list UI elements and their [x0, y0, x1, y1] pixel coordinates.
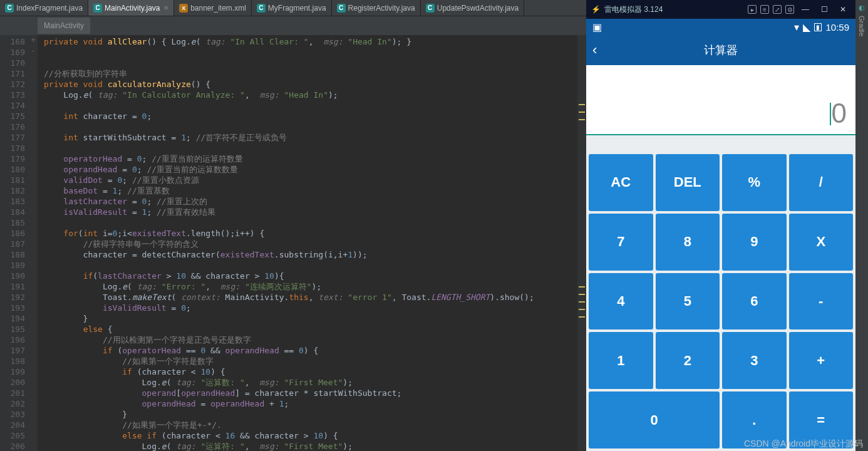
key-0[interactable]: 0: [589, 391, 720, 448]
tab-main-activity[interactable]: CMainActivity.java×: [88, 0, 174, 16]
fold-column: + -: [29, 35, 38, 451]
tab-label: IndexFragment.java: [16, 4, 83, 13]
maximize-button[interactable]: ☐: [817, 5, 832, 14]
status-clock: 10:59: [825, 22, 849, 33]
key-plus[interactable]: +: [789, 332, 854, 389]
emulator-title: 雷电模拟器 3.124: [604, 4, 663, 15]
tab-label: RegisterActivity.java: [348, 4, 415, 13]
emulator-logo-icon: ⚡: [591, 5, 601, 14]
emulator-icon-1[interactable]: ▸: [748, 5, 757, 14]
java-file-icon: C: [5, 4, 14, 13]
key-multiply[interactable]: X: [789, 214, 854, 271]
tab-update-pswd[interactable]: CUpdatePswdActivity.java: [421, 0, 525, 16]
wifi-icon: ▾: [794, 21, 799, 33]
close-button[interactable]: ✕: [835, 5, 850, 14]
back-icon[interactable]: ‹: [592, 42, 597, 58]
emulator-icon-3[interactable]: ⤢: [773, 5, 782, 14]
emulator-icon-2[interactable]: ≡: [760, 5, 769, 14]
key-ac[interactable]: AC: [589, 154, 653, 211]
calculator-keypad: ACDEL%/789X456-123+0.=: [586, 135, 855, 451]
photo-icon: ▣: [592, 21, 602, 33]
key-9[interactable]: 9: [722, 214, 787, 271]
line-gutter: 168 169 170 171 172 173 174 175 176 177 …: [0, 35, 29, 451]
app-bar: ‹ 计算器: [586, 35, 855, 65]
android-status-bar: ▣ ▾ ◣ ▮ 10:59: [586, 19, 855, 35]
marker-track: [577, 35, 586, 451]
emulator-titlebar[interactable]: ⚡ 雷电模拟器 3.124 ▸ ≡ ⤢ ⚙ — ☐ ✕: [586, 0, 855, 19]
editor-tab-bar: CIndexFragment.java CMainActivity.java× …: [0, 0, 586, 16]
right-strip-icon[interactable]: ◐: [859, 4, 865, 12]
breadcrumb-class: MainActivity: [38, 18, 90, 34]
minimize-button[interactable]: —: [798, 5, 813, 14]
display-value: 0: [832, 98, 847, 129]
java-file-icon: C: [93, 4, 102, 13]
code-area[interactable]: private void allClear() { Log.e( tag: "I…: [38, 35, 577, 451]
key-7[interactable]: 7: [589, 214, 653, 271]
tab-label: UpdatePswdActivity.java: [437, 4, 519, 13]
calculator-display: 0: [586, 65, 855, 135]
java-file-icon: C: [257, 4, 266, 13]
tab-register-activity[interactable]: CRegisterActivity.java: [332, 0, 421, 16]
tab-label: MainActivity.java: [105, 4, 160, 13]
code-editor[interactable]: 168 169 170 171 172 173 174 175 176 177 …: [0, 35, 586, 451]
app-title: 计算器: [704, 43, 738, 58]
key-divide[interactable]: /: [789, 154, 854, 211]
key-dot[interactable]: .: [722, 391, 787, 448]
phone-screen: ▣ ▾ ◣ ▮ 10:59 ‹ 计算器 0 ACDEL%/789X456-123…: [586, 19, 855, 451]
key-8[interactable]: 8: [656, 214, 720, 271]
key-5[interactable]: 5: [656, 273, 720, 330]
key-3[interactable]: 3: [722, 332, 787, 389]
key-4[interactable]: 4: [589, 273, 653, 330]
gradle-tool-label[interactable]: Gradle: [858, 12, 865, 36]
xml-file-icon: X: [179, 4, 188, 13]
tab-index-fragment[interactable]: CIndexFragment.java: [0, 0, 88, 16]
key-equals[interactable]: =: [789, 391, 854, 448]
key-del[interactable]: DEL: [656, 154, 720, 211]
network-icon: ◣: [803, 21, 810, 33]
close-icon[interactable]: ×: [164, 3, 169, 13]
key-minus[interactable]: -: [789, 273, 854, 330]
emulator-window: ⚡ 雷电模拟器 3.124 ▸ ≡ ⤢ ⚙ — ☐ ✕ ▣ ▾ ◣ ▮ 10:5…: [586, 0, 855, 451]
battery-icon: ▮: [814, 23, 822, 31]
key-6[interactable]: 6: [722, 273, 787, 330]
key-percent[interactable]: %: [722, 154, 787, 211]
tab-label: banner_item.xml: [190, 4, 246, 13]
tab-my-fragment[interactable]: CMyFragment.java: [252, 0, 332, 16]
java-file-icon: C: [337, 4, 346, 13]
ide-right-toolstrip: ◐ Gradle: [855, 0, 868, 451]
emulator-icon-4[interactable]: ⚙: [785, 5, 794, 14]
tab-banner-item[interactable]: Xbanner_item.xml: [174, 0, 252, 16]
tab-label: MyFragment.java: [268, 4, 326, 13]
key-1[interactable]: 1: [589, 332, 653, 389]
ide-pane: CIndexFragment.java CMainActivity.java× …: [0, 0, 586, 451]
java-file-icon: C: [426, 4, 435, 13]
key-2[interactable]: 2: [656, 332, 720, 389]
